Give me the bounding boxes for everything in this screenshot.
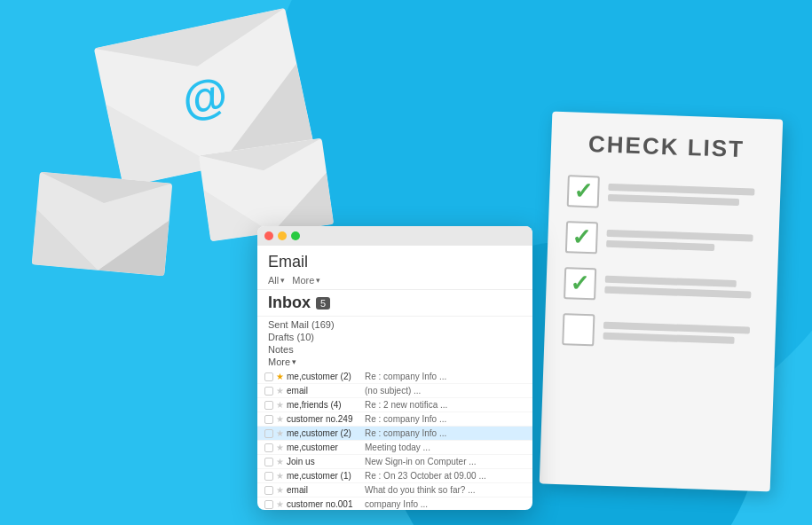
check-item-3: ✓ <box>564 267 760 306</box>
inbox-row: Inbox 5 <box>257 290 532 317</box>
check-line <box>607 230 753 242</box>
email-item[interactable]: ★me,customer (2)Re : company Info ... <box>257 370 532 384</box>
email-subject: Re : On 23 October at 09.00 ... <box>365 471 525 481</box>
email-item[interactable]: ★me,friends (4)Re : 2 new notifica ... <box>257 398 532 412</box>
envelope-bottom-right-sm <box>98 215 169 276</box>
email-subject: Re : 2 new notifica ... <box>365 400 525 410</box>
email-subject: Meeting today ... <box>365 443 525 452</box>
checklist-title: CHECK LIST <box>569 129 765 164</box>
email-subject: New Sign-in on Computer ... <box>365 457 525 466</box>
email-from: customer no.001 <box>287 499 362 509</box>
sidebar-more[interactable]: More <box>268 356 522 368</box>
email-toolbar: All More <box>268 275 522 286</box>
email-star-icon[interactable]: ★ <box>276 499 284 509</box>
email-star-icon[interactable]: ★ <box>276 443 284 452</box>
email-item[interactable]: ★emailWhat do you think so far? ... <box>257 483 532 498</box>
envelope-small-left <box>32 172 173 277</box>
email-item[interactable]: ★me,customer (2)Re : company Info ... <box>257 427 532 441</box>
checkmark-2: ✓ <box>572 225 592 249</box>
minimize-dot[interactable] <box>278 231 287 240</box>
check-lines-2 <box>606 230 761 253</box>
all-button[interactable]: All <box>268 275 285 286</box>
email-subject: company Info ... <box>365 499 525 509</box>
check-line <box>603 333 734 344</box>
check-item-4 <box>562 313 758 352</box>
email-checkbox[interactable] <box>264 472 273 481</box>
email-item[interactable]: ★customer no.249Re : company Info ... <box>257 412 532 427</box>
envelope-bottom-left-sm <box>32 209 103 270</box>
email-star-icon[interactable]: ★ <box>276 428 284 438</box>
check-lines-1 <box>608 184 763 207</box>
email-subject: Re : company Info ... <box>365 414 525 424</box>
email-checkbox[interactable] <box>264 443 273 452</box>
email-checkbox[interactable] <box>264 372 273 381</box>
email-from: Join us <box>287 457 362 466</box>
check-line <box>604 286 751 299</box>
check-item-1: ✓ <box>567 175 763 214</box>
email-list: ★me,customer (2)Re : company Info ...★em… <box>257 370 532 510</box>
check-line <box>606 240 714 251</box>
email-star-icon[interactable]: ★ <box>276 471 284 481</box>
envelope-bottom-right-sm2 <box>265 173 335 233</box>
email-checkbox[interactable] <box>264 486 273 495</box>
email-checkbox[interactable] <box>264 429 273 438</box>
email-checkbox[interactable] <box>264 401 273 410</box>
checkbox-3[interactable]: ✓ <box>564 267 596 300</box>
checkmark-3: ✓ <box>570 271 590 295</box>
email-star-icon[interactable]: ★ <box>276 485 284 495</box>
sidebar-sent[interactable]: Sent Mail (169) <box>268 318 522 331</box>
email-item[interactable]: ★Join usNew Sign-in on Computer ... <box>257 455 532 469</box>
checkmark-1: ✓ <box>573 179 594 203</box>
check-line <box>605 276 737 287</box>
check-item-2: ✓ <box>565 221 761 260</box>
inbox-badge: 5 <box>316 297 330 310</box>
checklist-paper: CHECK LIST ✓ ✓ ✓ <box>540 112 783 492</box>
sidebar-section: Sent Mail (169) Drafts (10) Notes More <box>257 317 532 370</box>
email-item[interactable]: ★email(no subject) ... <box>257 384 532 398</box>
check-lines-4 <box>603 322 758 345</box>
checkbox-2[interactable]: ✓ <box>565 221 598 254</box>
email-subject: Re : company Info ... <box>365 428 525 438</box>
email-item[interactable]: ★me,customer (1)Re : On 23 October at 09… <box>257 469 532 483</box>
more-button[interactable]: More <box>292 275 320 286</box>
email-star-icon[interactable]: ★ <box>276 386 284 396</box>
email-subject: What do you think so far? ... <box>365 485 525 495</box>
email-checkbox[interactable] <box>264 415 273 424</box>
email-header: Email All More <box>257 246 532 290</box>
sidebar-drafts[interactable]: Drafts (10) <box>268 331 522 343</box>
check-line <box>608 194 739 206</box>
email-star-icon[interactable]: ★ <box>276 400 284 410</box>
email-star-icon[interactable]: ★ <box>276 414 284 424</box>
email-from: customer no.249 <box>287 414 362 424</box>
email-checkbox[interactable] <box>264 458 273 466</box>
email-item[interactable]: ★me,customerMeeting today ... <box>257 441 532 455</box>
email-from: me,friends (4) <box>287 400 362 410</box>
email-star-icon[interactable]: ★ <box>276 372 284 381</box>
checkbox-1[interactable]: ✓ <box>567 175 600 208</box>
email-subject: Re : company Info ... <box>365 372 525 381</box>
checkbox-4[interactable] <box>562 313 595 346</box>
check-lines-3 <box>604 276 760 299</box>
email-from: me,customer (2) <box>287 428 362 438</box>
close-dot[interactable] <box>264 231 273 240</box>
email-item[interactable]: ★customer no.001company Info ... <box>257 498 532 510</box>
email-from: email <box>287 485 362 495</box>
email-from: me,customer (1) <box>287 471 362 481</box>
email-checkbox[interactable] <box>264 387 273 396</box>
inbox-label: Inbox <box>268 294 311 312</box>
email-from: me,customer <box>287 443 362 452</box>
maximize-dot[interactable] <box>291 231 300 240</box>
email-from: me,customer (2) <box>287 372 362 381</box>
email-subject: (no subject) ... <box>365 386 525 396</box>
sidebar-notes[interactable]: Notes <box>268 343 522 356</box>
window-titlebar <box>257 226 532 246</box>
email-checkbox[interactable] <box>264 500 273 509</box>
check-line <box>603 322 750 334</box>
at-sign-icon: @ <box>177 67 232 128</box>
email-from: email <box>287 386 362 396</box>
check-line <box>608 184 754 196</box>
email-star-icon[interactable]: ★ <box>276 457 284 466</box>
email-title: Email <box>268 253 522 271</box>
email-window: Email All More Inbox 5 Sent Mail (169) D… <box>257 226 532 510</box>
